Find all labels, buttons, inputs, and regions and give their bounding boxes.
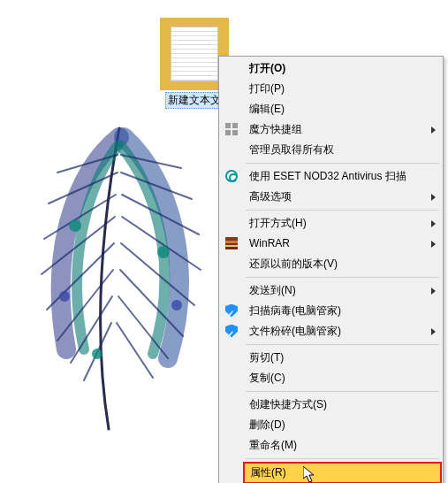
menu-print[interactable]: 打印(P) <box>244 79 441 99</box>
menu-magic-group[interactable]: 魔方快捷组 <box>244 119 441 140</box>
svg-point-3 <box>171 300 182 310</box>
grid-icon <box>224 122 239 136</box>
menu-separator <box>246 210 439 211</box>
shield-icon <box>224 324 239 338</box>
menu-rename[interactable]: 重命名(M) <box>244 435 441 456</box>
menu-file-shred[interactable]: 文件粉碎(电脑管家) <box>244 321 441 341</box>
chevron-right-icon <box>431 126 436 134</box>
menu-open-with[interactable]: 打开方式(H) <box>244 213 441 234</box>
svg-point-4 <box>92 349 103 359</box>
cursor-icon <box>303 466 317 483</box>
menu-create-shortcut[interactable]: 创建快捷方式(S) <box>244 395 441 415</box>
menu-separator <box>246 391 439 392</box>
menu-edit[interactable]: 编辑(E) <box>244 99 441 119</box>
svg-point-2 <box>59 291 70 302</box>
menu-properties[interactable]: 属性(R) <box>243 462 442 483</box>
menu-restore-previous[interactable]: 还原以前的版本(V) <box>244 254 441 274</box>
winrar-icon <box>224 236 239 250</box>
context-menu: 打开(O) 打印(P) 编辑(E) 魔方快捷组 管理员取得所有权 使用 ESET… <box>218 56 444 483</box>
file-label: 新建文本文 <box>165 92 224 109</box>
eset-icon <box>224 169 239 183</box>
menu-separator <box>246 277 439 278</box>
menu-eset-scan[interactable]: 使用 ESET NOD32 Antivirus 扫描 <box>244 166 441 187</box>
menu-advanced-options[interactable]: 高级选项 <box>244 187 441 207</box>
svg-point-1 <box>157 246 170 258</box>
menu-separator <box>246 458 439 459</box>
menu-delete[interactable]: 删除(D) <box>244 415 441 435</box>
wallpaper-feather <box>22 119 216 438</box>
menu-virus-scan[interactable]: 扫描病毒(电脑管家) <box>244 301 441 321</box>
menu-admin-ownership[interactable]: 管理员取得所有权 <box>244 140 441 160</box>
menu-separator <box>246 163 439 164</box>
menu-open[interactable]: 打开(O) <box>244 58 441 79</box>
chevron-right-icon <box>431 194 436 201</box>
menu-winrar[interactable]: WinRAR <box>244 234 441 254</box>
menu-send-to[interactable]: 发送到(N) <box>244 280 441 301</box>
chevron-right-icon <box>431 288 436 295</box>
shield-icon <box>224 303 239 318</box>
chevron-right-icon <box>431 220 436 227</box>
chevron-right-icon <box>431 241 436 248</box>
chevron-right-icon <box>431 328 436 335</box>
svg-point-0 <box>69 219 81 232</box>
menu-cut[interactable]: 剪切(T) <box>244 348 441 368</box>
menu-separator <box>246 344 439 345</box>
menu-copy[interactable]: 复制(C) <box>244 368 441 388</box>
